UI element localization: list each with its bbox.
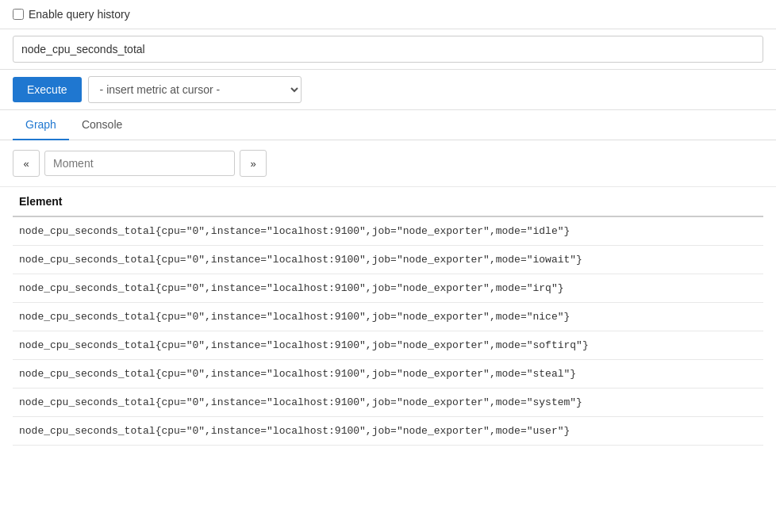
graph-controls: « » <box>0 140 776 187</box>
results-table: Element node_cpu_seconds_total{cpu="0",i… <box>13 187 763 446</box>
result-element-cell: node_cpu_seconds_total{cpu="0",instance=… <box>13 303 763 331</box>
enable-query-history-text: Enable query history <box>29 8 130 21</box>
result-element-cell: node_cpu_seconds_total{cpu="0",instance=… <box>13 388 763 417</box>
metric-select[interactable]: - insert metric at cursor - node_cpu_sec… <box>88 76 302 103</box>
top-bar: Enable query history <box>0 0 776 29</box>
execute-button[interactable]: Execute <box>13 77 82 102</box>
table-row: node_cpu_seconds_total{cpu="0",instance=… <box>13 388 763 417</box>
result-element-cell: node_cpu_seconds_total{cpu="0",instance=… <box>13 274 763 303</box>
table-row: node_cpu_seconds_total{cpu="0",instance=… <box>13 331 763 360</box>
enable-query-history-label[interactable]: Enable query history <box>13 8 130 21</box>
table-row: node_cpu_seconds_total{cpu="0",instance=… <box>13 246 763 274</box>
table-row: node_cpu_seconds_total{cpu="0",instance=… <box>13 360 763 388</box>
query-input[interactable] <box>13 36 763 63</box>
results-section: Element node_cpu_seconds_total{cpu="0",i… <box>0 187 776 446</box>
query-bar <box>0 29 776 70</box>
result-element-cell: node_cpu_seconds_total{cpu="0",instance=… <box>13 331 763 360</box>
result-element-cell: node_cpu_seconds_total{cpu="0",instance=… <box>13 360 763 388</box>
table-row: node_cpu_seconds_total{cpu="0",instance=… <box>13 417 763 446</box>
table-row: node_cpu_seconds_total{cpu="0",instance=… <box>13 274 763 303</box>
moment-input[interactable] <box>44 151 235 176</box>
action-bar: Execute - insert metric at cursor - node… <box>0 70 776 110</box>
result-element-cell: node_cpu_seconds_total{cpu="0",instance=… <box>13 246 763 274</box>
nav-forward-button[interactable]: » <box>240 150 267 177</box>
nav-back-button[interactable]: « <box>13 150 40 177</box>
column-header-element: Element <box>13 187 763 216</box>
table-row: node_cpu_seconds_total{cpu="0",instance=… <box>13 303 763 331</box>
tabs-bar: Graph Console <box>0 110 776 140</box>
enable-query-history-checkbox[interactable] <box>13 9 24 20</box>
tab-console[interactable]: Console <box>69 110 135 140</box>
tab-graph[interactable]: Graph <box>13 110 69 140</box>
result-element-cell: node_cpu_seconds_total{cpu="0",instance=… <box>13 417 763 446</box>
result-element-cell: node_cpu_seconds_total{cpu="0",instance=… <box>13 216 763 246</box>
table-row: node_cpu_seconds_total{cpu="0",instance=… <box>13 216 763 246</box>
